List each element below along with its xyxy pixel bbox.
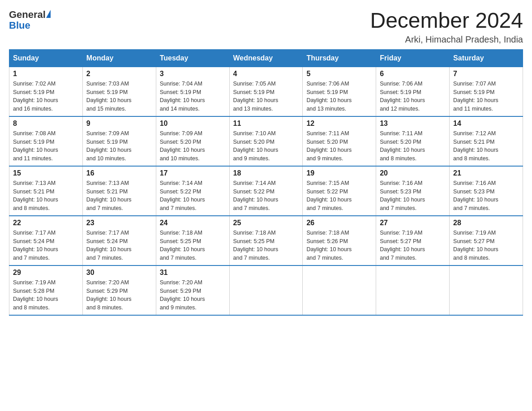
day-number: 3	[160, 70, 226, 78]
logo-triangle-icon	[46, 10, 51, 18]
table-row: 31 Sunrise: 7:20 AMSunset: 5:29 PMDaylig…	[156, 265, 229, 315]
logo: General Blue	[9, 9, 51, 30]
day-info: Sunrise: 7:19 AMSunset: 5:27 PMDaylight:…	[380, 230, 425, 261]
col-wednesday: Wednesday	[229, 49, 303, 67]
day-number: 31	[160, 269, 226, 277]
calendar-header-row: Sunday Monday Tuesday Wednesday Thursday…	[9, 49, 523, 67]
day-number: 16	[86, 169, 152, 177]
col-friday: Friday	[376, 49, 450, 67]
day-info: Sunrise: 7:09 AMSunset: 5:19 PMDaylight:…	[86, 130, 132, 162]
day-info: Sunrise: 7:09 AMSunset: 5:20 PMDaylight:…	[160, 130, 205, 162]
col-thursday: Thursday	[303, 49, 376, 67]
day-number: 6	[380, 70, 446, 78]
table-row: 3 Sunrise: 7:04 AMSunset: 5:19 PMDayligh…	[156, 67, 229, 116]
calendar-week-row: 8 Sunrise: 7:08 AMSunset: 5:19 PMDayligh…	[9, 116, 523, 166]
table-row: 15 Sunrise: 7:13 AMSunset: 5:21 PMDaylig…	[9, 166, 83, 216]
day-number: 5	[306, 70, 372, 78]
table-row: 27 Sunrise: 7:19 AMSunset: 5:27 PMDaylig…	[376, 216, 450, 265]
day-info: Sunrise: 7:13 AMSunset: 5:21 PMDaylight:…	[13, 180, 58, 211]
table-row: 14 Sunrise: 7:12 AMSunset: 5:21 PMDaylig…	[450, 116, 523, 166]
logo-blue-text: Blue	[9, 21, 30, 30]
day-info: Sunrise: 7:07 AMSunset: 5:19 PMDaylight:…	[453, 81, 498, 112]
day-number: 21	[453, 169, 519, 177]
day-number: 28	[453, 219, 519, 227]
day-info: Sunrise: 7:10 AMSunset: 5:20 PMDaylight:…	[233, 130, 279, 162]
table-row: 19 Sunrise: 7:15 AMSunset: 5:22 PMDaylig…	[303, 166, 376, 216]
title-block: December 2024 Arki, Himachal Pradesh, In…	[370, 9, 523, 45]
day-number: 13	[380, 120, 446, 128]
day-number: 30	[86, 269, 152, 277]
day-number: 8	[13, 120, 79, 128]
table-row: 29 Sunrise: 7:19 AMSunset: 5:28 PMDaylig…	[9, 265, 83, 315]
table-row: 13 Sunrise: 7:11 AMSunset: 5:20 PMDaylig…	[376, 116, 450, 166]
day-number: 19	[306, 169, 372, 177]
table-row: 9 Sunrise: 7:09 AMSunset: 5:19 PMDayligh…	[82, 116, 156, 166]
table-row	[303, 265, 376, 315]
table-row: 18 Sunrise: 7:14 AMSunset: 5:22 PMDaylig…	[229, 166, 303, 216]
day-info: Sunrise: 7:12 AMSunset: 5:21 PMDaylight:…	[453, 130, 498, 162]
table-row: 11 Sunrise: 7:10 AMSunset: 5:20 PMDaylig…	[229, 116, 303, 166]
day-info: Sunrise: 7:18 AMSunset: 5:25 PMDaylight:…	[233, 230, 279, 261]
table-row: 5 Sunrise: 7:06 AMSunset: 5:19 PMDayligh…	[303, 67, 376, 116]
table-row: 26 Sunrise: 7:18 AMSunset: 5:26 PMDaylig…	[303, 216, 376, 265]
calendar-table: Sunday Monday Tuesday Wednesday Thursday…	[9, 49, 523, 316]
month-year-title: December 2024	[370, 9, 523, 33]
day-info: Sunrise: 7:13 AMSunset: 5:21 PMDaylight:…	[86, 180, 132, 211]
col-tuesday: Tuesday	[156, 49, 229, 67]
day-number: 12	[306, 120, 372, 128]
day-number: 22	[13, 219, 79, 227]
day-number: 11	[233, 120, 299, 128]
day-number: 26	[306, 219, 372, 227]
day-number: 1	[13, 70, 79, 78]
day-info: Sunrise: 7:15 AMSunset: 5:22 PMDaylight:…	[306, 180, 352, 211]
location-subtitle: Arki, Himachal Pradesh, India	[370, 34, 523, 45]
table-row	[376, 265, 450, 315]
day-info: Sunrise: 7:20 AMSunset: 5:29 PMDaylight:…	[86, 279, 132, 311]
day-number: 10	[160, 120, 226, 128]
table-row: 4 Sunrise: 7:05 AMSunset: 5:19 PMDayligh…	[229, 67, 303, 116]
day-info: Sunrise: 7:05 AMSunset: 5:19 PMDaylight:…	[233, 81, 279, 112]
day-number: 20	[380, 169, 446, 177]
day-info: Sunrise: 7:17 AMSunset: 5:24 PMDaylight:…	[86, 230, 132, 261]
day-info: Sunrise: 7:20 AMSunset: 5:29 PMDaylight:…	[160, 279, 205, 311]
day-info: Sunrise: 7:14 AMSunset: 5:22 PMDaylight:…	[233, 180, 279, 211]
table-row: 25 Sunrise: 7:18 AMSunset: 5:25 PMDaylig…	[229, 216, 303, 265]
col-saturday: Saturday	[450, 49, 523, 67]
table-row: 20 Sunrise: 7:16 AMSunset: 5:23 PMDaylig…	[376, 166, 450, 216]
table-row: 7 Sunrise: 7:07 AMSunset: 5:19 PMDayligh…	[450, 67, 523, 116]
day-info: Sunrise: 7:11 AMSunset: 5:20 PMDaylight:…	[306, 130, 352, 162]
table-row: 10 Sunrise: 7:09 AMSunset: 5:20 PMDaylig…	[156, 116, 229, 166]
table-row: 17 Sunrise: 7:14 AMSunset: 5:22 PMDaylig…	[156, 166, 229, 216]
day-info: Sunrise: 7:18 AMSunset: 5:25 PMDaylight:…	[160, 230, 205, 261]
day-number: 27	[380, 219, 446, 227]
col-monday: Monday	[82, 49, 156, 67]
table-row	[229, 265, 303, 315]
table-row: 12 Sunrise: 7:11 AMSunset: 5:20 PMDaylig…	[303, 116, 376, 166]
day-number: 4	[233, 70, 299, 78]
day-number: 29	[13, 269, 79, 277]
calendar-week-row: 22 Sunrise: 7:17 AMSunset: 5:24 PMDaylig…	[9, 216, 523, 265]
day-number: 14	[453, 120, 519, 128]
day-info: Sunrise: 7:19 AMSunset: 5:28 PMDaylight:…	[13, 279, 58, 311]
table-row: 21 Sunrise: 7:16 AMSunset: 5:23 PMDaylig…	[450, 166, 523, 216]
day-number: 9	[86, 120, 152, 128]
table-row: 30 Sunrise: 7:20 AMSunset: 5:29 PMDaylig…	[82, 265, 156, 315]
day-number: 7	[453, 70, 519, 78]
table-row: 6 Sunrise: 7:06 AMSunset: 5:19 PMDayligh…	[376, 67, 450, 116]
logo-general-text: General	[9, 9, 46, 21]
day-number: 25	[233, 219, 299, 227]
table-row: 22 Sunrise: 7:17 AMSunset: 5:24 PMDaylig…	[9, 216, 83, 265]
calendar-week-row: 29 Sunrise: 7:19 AMSunset: 5:28 PMDaylig…	[9, 265, 523, 315]
day-number: 18	[233, 169, 299, 177]
day-number: 2	[86, 70, 152, 78]
day-number: 15	[13, 169, 79, 177]
day-info: Sunrise: 7:16 AMSunset: 5:23 PMDaylight:…	[453, 180, 498, 211]
day-info: Sunrise: 7:04 AMSunset: 5:19 PMDaylight:…	[160, 81, 205, 112]
day-number: 24	[160, 219, 226, 227]
table-row: 1 Sunrise: 7:02 AMSunset: 5:19 PMDayligh…	[9, 67, 83, 116]
day-info: Sunrise: 7:17 AMSunset: 5:24 PMDaylight:…	[13, 230, 58, 261]
day-info: Sunrise: 7:19 AMSunset: 5:27 PMDaylight:…	[453, 230, 498, 261]
day-info: Sunrise: 7:06 AMSunset: 5:19 PMDaylight:…	[306, 81, 352, 112]
table-row	[450, 265, 523, 315]
day-number: 23	[86, 219, 152, 227]
